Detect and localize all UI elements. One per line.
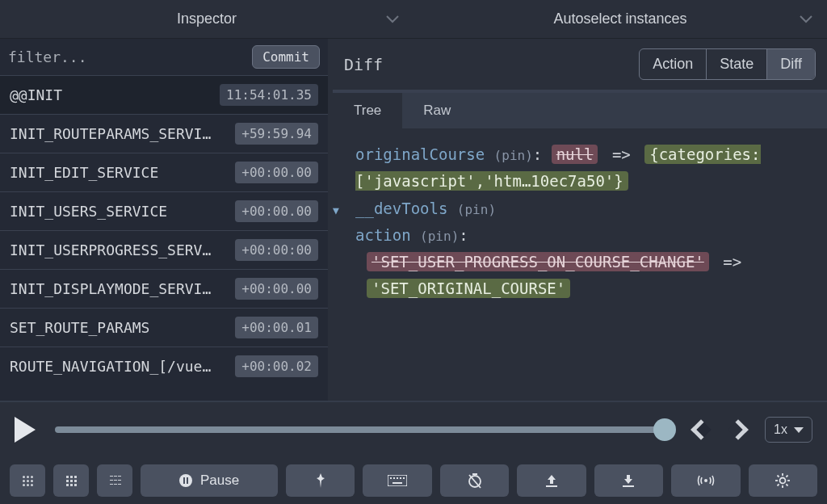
svg-rect-5 [393, 477, 395, 479]
action-row[interactable]: INIT_DISPLAYMODE_SERVICE+00:00.00 [0, 269, 328, 308]
subtab-tree[interactable]: Tree [333, 93, 402, 128]
triangle-down-icon[interactable]: ▼ [344, 202, 355, 220]
upload-icon[interactable] [517, 464, 586, 497]
diff-header: Diff Action State Diff [333, 39, 827, 93]
grid-lines-icon[interactable] [97, 464, 132, 497]
download-icon[interactable] [594, 464, 663, 497]
tree-row-devtools[interactable]: ▼__devTools (pin) [344, 195, 816, 222]
inspector-tab-label: Inspector [177, 10, 237, 27]
tree-key: originalCourse [355, 145, 485, 163]
tree-key: __devTools [355, 200, 447, 217]
pin-label[interactable]: (pin) [457, 202, 496, 217]
commit-button[interactable]: Commit [252, 45, 320, 69]
seg-state[interactable]: State [706, 49, 766, 79]
action-time: +00:00.01 [235, 317, 318, 338]
action-name: ROUTE_NAVIGATION_[/vue… [10, 358, 211, 375]
action-time: +00:00.00 [235, 162, 318, 183]
grid-squares-icon[interactable] [53, 464, 89, 497]
action-time: +00:00.02 [235, 355, 318, 377]
action-name: @@INIT [10, 86, 62, 103]
svg-rect-13 [546, 485, 557, 487]
step-forward-button[interactable] [728, 419, 748, 439]
svg-rect-14 [623, 485, 634, 487]
filter-row: Commit [0, 39, 328, 75]
seg-action[interactable]: Action [640, 49, 706, 79]
pause-button[interactable]: Pause [141, 464, 278, 497]
svg-rect-2 [187, 477, 188, 484]
svg-rect-8 [403, 477, 405, 479]
svg-line-23 [778, 484, 779, 485]
svg-point-15 [704, 479, 707, 482]
action-time: +00:00.00 [235, 278, 318, 300]
svg-line-24 [787, 476, 788, 477]
tree-row-action[interactable]: action (pin): 'SET_USER_PROGRESS_ON_COUR… [344, 222, 816, 303]
top-tab-bar: Inspector Autoselect instances [0, 0, 827, 39]
svg-line-21 [778, 476, 779, 477]
broadcast-icon[interactable] [671, 464, 740, 497]
timeline-nav [694, 422, 745, 437]
step-back-button[interactable] [691, 419, 711, 439]
diff-removed: 'SET_USER_PROGRESS_ON_COURSE_CHANGE' [367, 252, 709, 271]
action-time: 11:54:01.35 [220, 84, 318, 106]
keyboard-icon[interactable] [363, 464, 431, 497]
svg-rect-11 [472, 473, 477, 475]
svg-rect-7 [400, 477, 401, 479]
action-row[interactable]: INIT_USERPROGRESS_SERVI…+00:00:00 [0, 230, 328, 269]
filter-input[interactable] [8, 48, 246, 65]
timeline-bar: 1x [0, 401, 827, 457]
action-name: INIT_DISPLAYMODE_SERVICE [10, 280, 220, 297]
pin-icon[interactable] [286, 464, 355, 497]
action-name: INIT_ROUTEPARAMS_SERVICE [10, 125, 220, 142]
timeline-thumb[interactable] [653, 418, 676, 441]
action-row[interactable]: INIT_ROUTEPARAMS_SERVICE+59:59.94 [0, 114, 328, 153]
action-time: +00:00.00 [235, 200, 318, 222]
svg-rect-6 [397, 477, 398, 479]
timeline-track[interactable] [55, 426, 674, 433]
main-area: Commit @@INIT11:54:01.35INIT_ROUTEPARAMS… [0, 39, 827, 401]
pause-icon [179, 474, 192, 487]
diff-tree[interactable]: originalCourse (pin): null => {categorie… [333, 128, 827, 401]
action-time: +59:59.94 [235, 123, 318, 145]
bottom-toolbar: Pause [0, 457, 827, 504]
grid-dots-icon[interactable] [10, 464, 45, 497]
inspector-tab[interactable]: Inspector [0, 0, 414, 38]
subtab-raw[interactable]: Raw [402, 93, 472, 128]
diff-removed: null [552, 145, 598, 164]
instances-tab[interactable]: Autoselect instances [414, 0, 827, 38]
view-segmented: Action State Diff [639, 48, 816, 80]
svg-rect-1 [183, 477, 185, 484]
action-name: SET_ROUTE_PARAMS [10, 319, 149, 336]
pin-label[interactable]: (pin) [494, 148, 533, 163]
diff-title: Diff [344, 55, 383, 74]
action-panel: Commit @@INIT11:54:01.35INIT_ROUTEPARAMS… [0, 39, 333, 401]
chevron-down-icon [794, 427, 804, 433]
action-row[interactable]: @@INIT11:54:01.35 [0, 75, 328, 114]
chevron-down-icon [386, 15, 399, 23]
svg-rect-3 [388, 475, 407, 486]
instances-tab-label: Autoselect instances [553, 10, 686, 27]
timer-off-icon[interactable] [440, 464, 509, 497]
seg-diff[interactable]: Diff [766, 49, 815, 79]
tree-row-originalcourse[interactable]: originalCourse (pin): null => {categorie… [344, 141, 816, 195]
chevron-down-icon [800, 15, 812, 23]
pin-label[interactable]: (pin) [420, 229, 459, 244]
action-name: INIT_USERPROGRESS_SERVI… [10, 242, 220, 258]
action-row[interactable]: ROUTE_NAVIGATION_[/vue…+00:00.02 [0, 346, 328, 385]
action-name: INIT_EDIT_SERVICE [10, 164, 158, 181]
action-row[interactable]: INIT_EDIT_SERVICE+00:00.00 [0, 153, 328, 191]
play-button[interactable] [15, 417, 36, 443]
diff-subtabs: Tree Raw [333, 93, 827, 128]
svg-point-16 [780, 478, 786, 484]
action-row[interactable]: SET_ROUTE_PARAMS+00:00.01 [0, 308, 328, 346]
svg-rect-9 [393, 482, 402, 484]
action-name: INIT_USERS_SERVICE [10, 203, 167, 220]
action-row[interactable]: INIT_USERS_SERVICE+00:00.00 [0, 191, 328, 230]
action-list[interactable]: @@INIT11:54:01.35INIT_ROUTEPARAMS_SERVIC… [0, 75, 328, 401]
diff-panel: Diff Action State Diff Tree Raw original… [333, 39, 827, 401]
svg-rect-4 [390, 477, 392, 479]
diff-arrow: => [607, 145, 636, 163]
pause-label: Pause [200, 472, 239, 489]
settings-icon[interactable] [749, 464, 817, 497]
speed-select[interactable]: 1x [765, 417, 812, 443]
svg-line-22 [787, 484, 788, 485]
